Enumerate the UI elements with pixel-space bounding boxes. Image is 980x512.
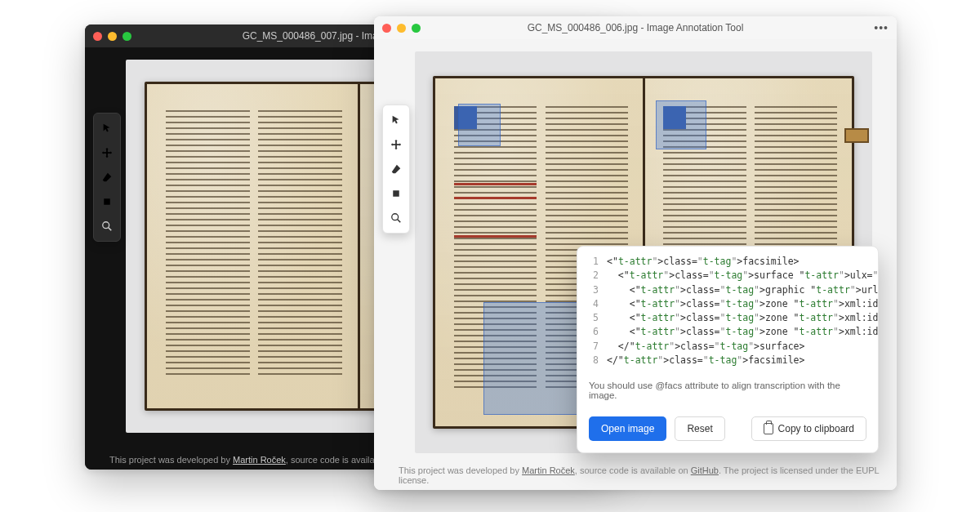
zoom-icon — [101, 220, 113, 232]
tool-move[interactable] — [96, 141, 118, 164]
tool-pointer[interactable] — [96, 117, 118, 140]
erase-icon — [101, 171, 113, 183]
github-link[interactable]: GitHub — [691, 465, 719, 475]
maximize-icon[interactable] — [412, 24, 421, 33]
book-clasp — [844, 128, 869, 143]
reset-button[interactable]: Reset — [675, 416, 724, 441]
minimize-icon[interactable] — [397, 24, 406, 33]
move-icon — [390, 139, 402, 150]
rect-icon — [391, 189, 401, 198]
move-icon — [101, 147, 113, 158]
tool-zoom[interactable] — [385, 207, 408, 229]
editor-area: 1<"t-attr">class="t-tag">facsimile>2 <"t… — [374, 39, 897, 490]
open-image-button[interactable]: Open image — [589, 416, 666, 441]
hint-text: You should use @facs attribute to align … — [577, 374, 878, 408]
svg-line-2 — [109, 228, 112, 231]
svg-rect-0 — [104, 198, 110, 205]
pointer-icon — [101, 122, 113, 134]
tool-zoom[interactable] — [96, 215, 118, 238]
tool-erase[interactable] — [385, 158, 408, 180]
svg-rect-3 — [393, 190, 399, 197]
window-title: GC_MS_000486_006.jpg - Image Annotation … — [374, 22, 897, 33]
tool-toolbar — [93, 113, 121, 242]
code-block: 1<"t-attr">class="t-tag">facsimile>2 <"t… — [577, 247, 878, 374]
close-icon[interactable] — [382, 24, 391, 33]
code-panel: 1<"t-attr">class="t-tag">facsimile>2 <"t… — [577, 246, 879, 453]
tool-rect[interactable] — [385, 182, 408, 205]
clipboard-icon — [764, 423, 773, 434]
tool-pointer[interactable] — [385, 109, 408, 131]
selection-zone[interactable] — [458, 104, 501, 146]
titlebar: GC_MS_000486_006.jpg - Image Annotation … — [374, 16, 897, 39]
author-link[interactable]: Martin Roček — [233, 455, 286, 465]
selection-zone[interactable] — [656, 100, 706, 150]
window-light: GC_MS_000486_006.jpg - Image Annotation … — [374, 16, 897, 490]
author-link[interactable]: Martin Roček — [522, 465, 575, 475]
minimize-icon[interactable] — [108, 32, 117, 41]
svg-line-5 — [398, 220, 401, 223]
svg-point-4 — [392, 214, 399, 220]
rect-icon — [102, 197, 112, 207]
traffic-lights — [382, 24, 421, 33]
copy-clipboard-button[interactable]: Copy to clipboard — [751, 416, 866, 441]
zoom-icon — [390, 212, 402, 224]
tool-rect[interactable] — [96, 190, 118, 213]
pointer-icon — [390, 114, 402, 126]
close-icon[interactable] — [93, 32, 102, 41]
more-icon[interactable]: ••• — [874, 21, 889, 34]
tool-toolbar — [382, 105, 410, 234]
tool-move[interactable] — [385, 133, 408, 156]
panel-actions: Open image Reset Copy to clipboard — [577, 408, 878, 452]
svg-point-1 — [103, 222, 109, 229]
footer-text: This project was developed by Martin Roč… — [374, 465, 897, 485]
erase-icon — [390, 163, 402, 175]
traffic-lights — [93, 32, 131, 41]
tool-erase[interactable] — [96, 166, 118, 189]
maximize-icon[interactable] — [122, 32, 131, 41]
